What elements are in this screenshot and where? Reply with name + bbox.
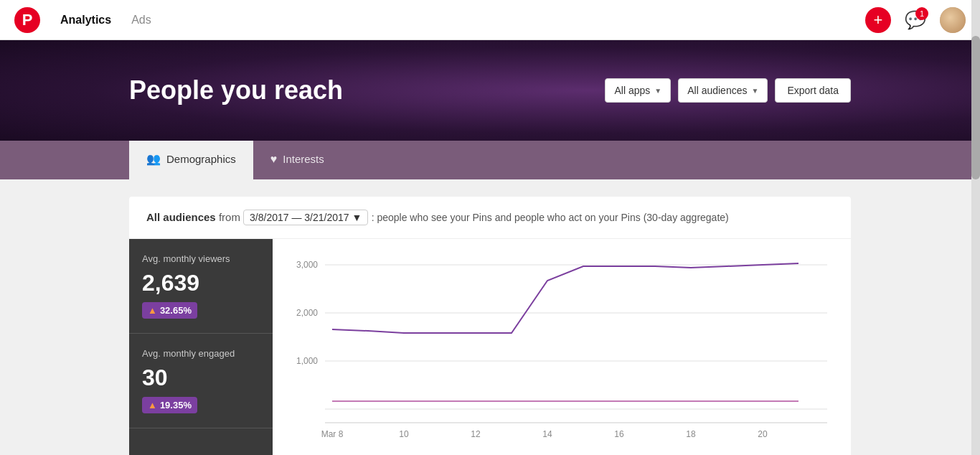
chevron-down-icon: ▼ (751, 87, 758, 95)
all-audiences-label: All audiences (687, 85, 747, 96)
stat-engaged-value: 30 (142, 365, 260, 391)
trend-up-icon: ▲ (148, 305, 157, 316)
notification-button[interactable]: 💬 1 (903, 7, 928, 33)
tabs-bar: 👥 Demographics ♥ Interests (0, 141, 980, 179)
tab-interests-label: Interests (283, 153, 324, 165)
stat-engaged-label: Avg. monthly engaged (142, 348, 260, 359)
notification-badge: 1 (915, 7, 928, 20)
stats-panel: Avg. monthly viewers 2,639 ▲ 32.65% Avg.… (129, 239, 273, 455)
stat-viewers-badge: ▲ 32.65% (142, 302, 197, 319)
svg-text:16: 16 (614, 429, 624, 439)
pinterest-logo[interactable]: P (14, 7, 40, 33)
interests-icon: ♥ (270, 153, 278, 166)
page-title: People you reach (129, 75, 343, 105)
export-data-button[interactable]: Export data (775, 78, 851, 103)
nav-analytics[interactable]: Analytics (52, 8, 120, 32)
stat-viewers-badge-value: 32.65% (160, 305, 192, 316)
nav-links: Analytics Ads (52, 8, 160, 32)
svg-text:Mar 8: Mar 8 (321, 429, 344, 439)
card-header: All audiences from 3/8/2017 — 3/21/2017 … (129, 197, 851, 239)
nav-right: + 💬 1 (865, 7, 966, 33)
plus-icon: + (874, 11, 883, 29)
chevron-down-icon: ▼ (654, 87, 661, 95)
audience-description: : people who see your Pins and people wh… (372, 212, 729, 223)
all-apps-dropdown[interactable]: All apps ▼ (605, 78, 671, 103)
stat-viewers-value: 2,639 (142, 270, 260, 296)
analytics-card: All audiences from 3/8/2017 — 3/21/2017 … (129, 197, 851, 455)
demographics-icon: 👥 (146, 152, 161, 166)
stat-monthly-engaged: Avg. monthly engaged 30 ▲ 19.35% (129, 334, 273, 428)
user-avatar[interactable] (940, 7, 966, 33)
add-button[interactable]: + (865, 7, 891, 33)
stat-engaged-badge-value: 19.35% (160, 400, 192, 411)
nav-ads[interactable]: Ads (123, 8, 160, 32)
stat-monthly-viewers: Avg. monthly viewers 2,639 ▲ 32.65% (129, 239, 273, 334)
chevron-down-icon: ▼ (352, 212, 362, 223)
card-body: Avg. monthly viewers 2,639 ▲ 32.65% Avg.… (129, 239, 851, 455)
audience-label: All audiences (146, 211, 216, 223)
viewers-line (332, 263, 798, 333)
svg-text:3,000: 3,000 (296, 260, 318, 270)
date-range-dropdown[interactable]: 3/8/2017 — 3/21/2017 ▼ (243, 210, 368, 225)
all-audiences-dropdown[interactable]: All audiences ▼ (678, 78, 768, 103)
stat-viewers-label: Avg. monthly viewers (142, 253, 260, 264)
stat-engaged-badge: ▲ 19.35% (142, 397, 197, 413)
date-range-value: 3/8/2017 — 3/21/2017 (250, 212, 349, 223)
svg-text:12: 12 (471, 429, 481, 439)
tab-demographics[interactable]: 👥 Demographics (129, 141, 253, 179)
svg-text:14: 14 (542, 429, 552, 439)
trend-up-icon: ▲ (148, 400, 157, 411)
svg-text:1,000: 1,000 (296, 356, 318, 366)
hero-banner: People you reach All apps ▼ All audience… (0, 40, 980, 141)
scrollbar-thumb[interactable] (971, 36, 980, 179)
svg-text:18: 18 (686, 429, 696, 439)
chart-area: 3,000 2,000 1,000 Mar 8 10 12 14 16 18 2… (273, 239, 851, 455)
svg-text:10: 10 (399, 429, 409, 439)
analytics-chart: 3,000 2,000 1,000 Mar 8 10 12 14 16 18 2… (287, 250, 837, 451)
main-content: All audiences from 3/8/2017 — 3/21/2017 … (0, 179, 980, 455)
hero-controls: All apps ▼ All audiences ▼ Export data (605, 78, 851, 103)
scrollbar-track[interactable] (971, 0, 980, 455)
from-text: from (219, 211, 243, 223)
svg-text:20: 20 (758, 429, 768, 439)
top-nav: P Analytics Ads + 💬 1 (0, 0, 980, 40)
tab-demographics-label: Demographics (166, 153, 236, 165)
avatar-image (940, 7, 966, 33)
all-apps-label: All apps (614, 85, 650, 96)
svg-text:2,000: 2,000 (296, 308, 318, 318)
tab-interests[interactable]: ♥ Interests (253, 141, 341, 179)
